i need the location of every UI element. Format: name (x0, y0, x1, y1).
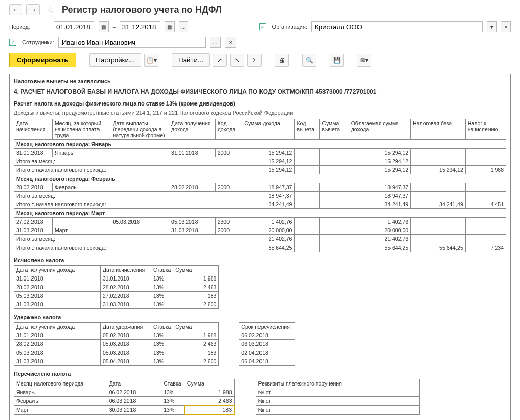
org-label: Организация: (272, 24, 307, 30)
sum-icon[interactable]: Σ (247, 54, 262, 67)
emp-clear-button[interactable]: × (225, 37, 236, 48)
save-icon[interactable]: 💾 (330, 54, 344, 67)
calendar-icon[interactable]: ▦ (99, 21, 109, 32)
calendar-icon[interactable]: ▦ (165, 21, 175, 32)
calc-title: Исчислено налога (14, 257, 506, 263)
deductions-none: Налоговые вычеты не заявлялись (14, 78, 506, 84)
star-icon[interactable]: ☆ (47, 4, 55, 15)
main-table: Дата начисленияМесяц, за который начисле… (14, 119, 506, 252)
hold-table: Дата получения доходаДата удержанияСтавк… (14, 322, 295, 366)
org-checkbox[interactable]: ✓ (259, 23, 266, 30)
date-separator: – (113, 24, 116, 30)
org-input[interactable] (311, 21, 483, 32)
date-to-input[interactable] (120, 21, 160, 32)
page-title: Регистр налогового учета по НДФЛ (62, 5, 222, 15)
expand-icon[interactable]: ⤢ (213, 54, 227, 67)
copy-icon[interactable]: 📋▾ (144, 54, 158, 67)
paid-title: Перечислено налога (14, 371, 506, 377)
emp-picker-button[interactable]: ... (210, 37, 221, 48)
mail-icon[interactable]: ✉▾ (357, 54, 371, 67)
settings-button[interactable]: Настройки... (89, 53, 141, 67)
section4-title: 4. РАСЧЕТ НАЛОГОВОЙ БАЗЫ И НАЛОГА НА ДОХ… (14, 88, 506, 95)
hold-title: Удержано налога (14, 314, 506, 320)
collapse-icon[interactable]: ⤡ (230, 54, 244, 67)
period-picker-button[interactable]: ... (179, 21, 189, 32)
period-label: Период: (9, 24, 50, 30)
org-dropdown-button[interactable]: ▾ (487, 21, 497, 32)
org-clear-button[interactable]: × (501, 21, 511, 32)
emp-checkbox[interactable]: ✓ (9, 39, 16, 46)
emp-label: Сотрудники: (22, 39, 54, 45)
date-from-input[interactable] (54, 21, 94, 32)
forward-button[interactable]: → (26, 4, 40, 15)
find-button[interactable]: Найти... (172, 53, 210, 67)
paid-table: Месяц налогового периодаДатаСтавкаСуммаР… (14, 379, 420, 415)
preview-icon[interactable]: 🔍 (302, 54, 316, 67)
print-icon[interactable]: 🖨 (275, 54, 289, 67)
calc-table: Дата получения доходаДата исчисленияСтав… (14, 265, 219, 309)
report-area: Налоговые вычеты не заявлялись 4. РАСЧЕТ… (9, 74, 511, 420)
calc-subtitle: Расчет налога на доходы физического лица… (14, 100, 506, 107)
form-button[interactable]: Сформировать (9, 53, 76, 67)
articles-note: Доходы и вычеты, предусмотренные статьям… (14, 110, 506, 116)
back-button[interactable]: ← (9, 4, 22, 15)
emp-input[interactable] (58, 37, 206, 48)
